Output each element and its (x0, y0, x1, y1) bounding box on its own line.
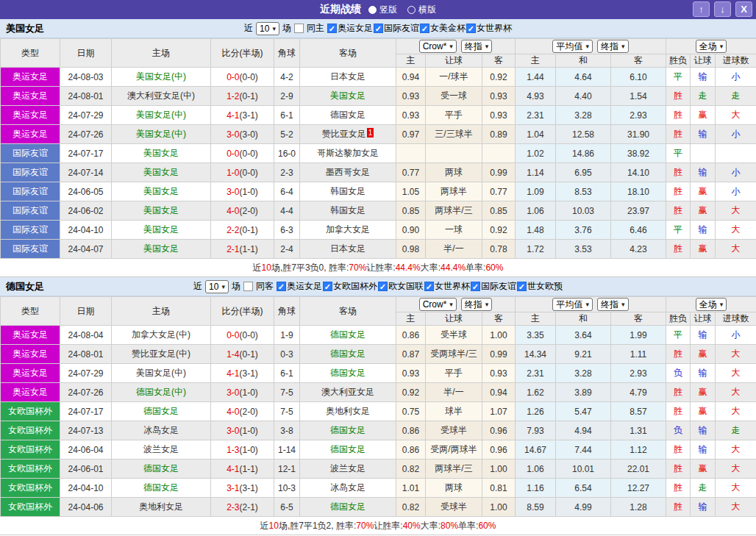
radio-horizontal-layout[interactable]: 横版 (407, 4, 436, 16)
home-team-name: 美国女足(中) (136, 368, 186, 378)
home-team-name: 德国女足(中) (136, 387, 186, 397)
away-team-cell: 日本女足 (300, 68, 396, 87)
bookmaker-value: Crow* (423, 299, 447, 310)
scope-select[interactable]: 全场 ▾ (696, 40, 727, 53)
league-checkbox[interactable]: ✓ (466, 24, 476, 33)
home-team-name: 德国女足 (143, 482, 179, 493)
corner-cell: 4-4 (274, 201, 300, 221)
avg-draw-cell: 6.54 (556, 479, 611, 498)
away-team-cell: 加拿大女足 (300, 221, 396, 240)
scope-controls: 全场 ▾ (666, 297, 756, 312)
league-checkbox[interactable]: ✓ (378, 282, 388, 291)
avg-draw-cell: 7.44 (556, 440, 611, 460)
league-checkbox[interactable]: ✓ (420, 24, 429, 33)
score-cell: 4-1(1-1) (211, 460, 274, 479)
league-label: 欧女国联 (388, 280, 424, 293)
odds-home-cell (396, 144, 426, 163)
away-team-cell: 德国女足 (300, 440, 396, 460)
final-odds-select-2[interactable]: 终指 ▾ (597, 298, 629, 311)
home-team-cell: 美国女足 (112, 240, 211, 259)
table-row: 奥运女足24-08-01澳大利亚女足(中)1-2(0-1)2-9美国女足0.93… (1, 87, 756, 106)
odds-home-cell: 0.97 (396, 125, 426, 144)
odds-away-cell: 0.92 (482, 68, 516, 87)
halftime-score: (0-1) (240, 91, 258, 101)
close-button[interactable]: X (735, 1, 752, 17)
avg-home-cell: 1.04 (516, 125, 556, 144)
date-cell: 24-06-01 (60, 460, 112, 479)
handicap-result-cell: 输 (691, 68, 716, 87)
corner-cell: 6-5 (274, 498, 300, 517)
odds-away-cell: 0.93 (482, 87, 516, 106)
score-cell: 4-0(2-0) (211, 402, 274, 421)
league-checkbox[interactable]: ✓ (374, 24, 383, 33)
league-checkbox[interactable]: ✓ (323, 282, 332, 291)
average-select[interactable]: 平均值 ▾ (552, 40, 593, 53)
odds-away-cell: 0.93 (482, 364, 516, 383)
scroll-down-button[interactable]: ↓ (714, 1, 731, 17)
match-type-badge: 女欧国杯外 (1, 421, 60, 440)
final-odds-select-2[interactable]: 终指 ▾ (597, 40, 629, 53)
league-label: 女世界杯 (434, 280, 471, 293)
match-count-select[interactable]: 10 ▾ (205, 280, 229, 293)
result-cell: 胜 (666, 479, 691, 498)
score-cell: 2-2(0-1) (211, 221, 274, 240)
match-count-select[interactable]: 10 ▾ (256, 22, 279, 35)
summary-stat-value: 44.4% (441, 262, 466, 273)
corner-cell: 10-3 (274, 479, 300, 498)
final-odds-select-1[interactable]: 终指 ▾ (461, 298, 493, 311)
date-cell: 24-06-02 (60, 201, 112, 221)
near-label: 近 (243, 22, 254, 35)
league-checkbox[interactable]: ✓ (471, 282, 480, 291)
handicap-cell: 两球 (426, 479, 482, 498)
avg-draw-cell: 4.40 (556, 87, 611, 106)
avg-away-cell: 14.10 (611, 163, 666, 182)
goals-result-cell: 大 (716, 106, 756, 125)
col-odds-home: 主 (396, 54, 426, 68)
summary-text: 单率: (466, 262, 485, 274)
fulltime-score: 1-3 (227, 445, 239, 455)
score-cell: 1-0(0-0) (211, 163, 274, 182)
average-select[interactable]: 平均值 ▾ (552, 298, 593, 311)
league-checkbox[interactable]: ✓ (517, 282, 527, 291)
same-side-checkbox[interactable] (294, 24, 304, 33)
away-team-name: 韩国女足 (330, 186, 365, 196)
league-checkbox[interactable]: ✓ (277, 282, 286, 291)
same-side-label: 同客 (255, 280, 274, 293)
match-type-badge: 奥运女足 (1, 125, 60, 144)
handicap-result-cell: 输 (691, 421, 716, 440)
final-odds-select-1[interactable]: 终指 ▾ (461, 40, 493, 53)
summary-text: 近 (253, 262, 262, 274)
bookmaker-select[interactable]: Crow* ▾ (419, 40, 457, 53)
scope-select[interactable]: 全场 ▾ (696, 298, 727, 311)
home-team-name: 美国女足 (143, 224, 179, 235)
same-side-checkbox[interactable] (243, 282, 253, 291)
col-home: 主场 (112, 297, 211, 326)
home-team-cell: 美国女足 (112, 144, 211, 163)
radio-off-icon (407, 6, 416, 14)
odds-home-cell: 0.77 (396, 163, 426, 182)
col-corner: 角球 (274, 39, 300, 68)
league-checkbox[interactable]: ✓ (424, 282, 434, 291)
home-team-cell: 澳大利亚女足(中) (112, 87, 211, 106)
corner-cell: 2-4 (274, 240, 300, 259)
league-label: 女世界杯 (476, 22, 513, 35)
scroll-up-button[interactable]: ↑ (693, 1, 710, 17)
bookmaker-select[interactable]: Crow* ▾ (419, 298, 457, 311)
handicap-result-cell: 输 (691, 221, 716, 240)
fulltime-score: 4-1 (227, 110, 239, 121)
summary: 近10场,胜7平3负0, 胜率:70% 让胜率:44.4% 大率:44.4% 单… (0, 259, 756, 277)
away-team-name: 奥地利女足 (326, 406, 370, 416)
table-row: 女欧国杯外24-06-04波兰女足1-3(1-0)1-14德国女足0.86受两/… (1, 440, 756, 460)
handicap-cell: 受球半 (426, 498, 482, 517)
avg-draw-cell: 3.28 (556, 106, 611, 125)
halftime-score: (1-1) (240, 464, 258, 474)
league-checkbox[interactable]: ✓ (327, 24, 337, 33)
goals-result-cell: 大 (716, 364, 756, 383)
handicap-cell: 一/球半 (426, 68, 482, 87)
match-count-value: 10 (260, 24, 269, 34)
table-row: 女欧国杯外24-04-10德国女足3-1(3-1)10-3冰岛女足1.01两球0… (1, 479, 756, 498)
avg-draw-cell: 9.21 (556, 345, 611, 364)
handicap-cell: 半/一 (426, 240, 482, 259)
goals-result-cell: 小 (716, 163, 756, 182)
radio-vertical-layout[interactable]: 竖版 (368, 4, 397, 16)
